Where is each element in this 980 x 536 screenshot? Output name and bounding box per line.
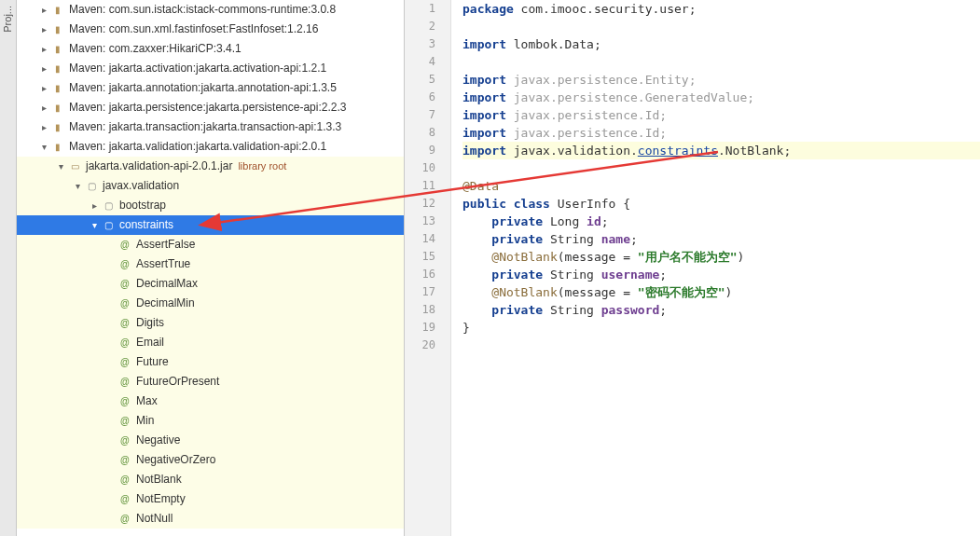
annotation-icon: @ xyxy=(117,512,132,527)
expand-arrow-icon[interactable]: ▸ xyxy=(37,20,50,39)
annotation-icon: @ xyxy=(117,433,132,448)
tree-item-label: NotNull xyxy=(136,509,173,529)
code-line[interactable]: @NotBlank(message = "密码不能为空") xyxy=(462,283,980,301)
package-icon: ▢ xyxy=(101,199,116,213)
line-number: 6 xyxy=(405,89,435,106)
line-number: 19 xyxy=(405,319,435,337)
code-line[interactable]: import lombok.Data; xyxy=(462,35,980,53)
tree-item-label: Max xyxy=(136,392,158,411)
code-line[interactable] xyxy=(462,159,980,177)
code-line[interactable]: import javax.validation.constraints.NotB… xyxy=(462,142,980,159)
tree-item[interactable]: ▾▢javax.validation xyxy=(17,176,404,196)
tree-item[interactable]: ▸▮Maven: com.sun.istack:istack-commons-r… xyxy=(17,0,404,20)
line-number: 5 xyxy=(405,71,435,89)
tree-item-label: Maven: jakarta.validation:jakarta.valida… xyxy=(69,137,326,157)
code-line[interactable]: package com.imooc.security.user; xyxy=(462,0,980,18)
tree-item[interactable]: @Min xyxy=(17,411,404,431)
tree-item[interactable]: @NotBlank xyxy=(17,470,404,489)
tree-item-label: NegativeOrZero xyxy=(136,450,215,470)
tree-item[interactable]: ▸▮Maven: jakarta.persistence:jakarta.per… xyxy=(17,98,404,117)
annotation-icon: @ xyxy=(117,473,132,488)
line-number: 17 xyxy=(405,283,435,301)
tree-item-label: Maven: com.zaxxer:HikariCP:3.4.1 xyxy=(69,39,242,59)
line-number: 1 xyxy=(405,0,435,18)
jar-icon: ▭ xyxy=(67,159,82,174)
tree-item-constraints[interactable]: ▾▢constraints xyxy=(17,215,404,235)
tree-item[interactable]: @Digits xyxy=(17,313,404,333)
tree-item[interactable]: ▾▭jakarta.validation-api-2.0.1.jarlibrar… xyxy=(17,157,404,176)
expand-arrow-icon[interactable]: ▸ xyxy=(37,117,50,137)
expand-arrow-icon[interactable]: ▸ xyxy=(37,0,50,20)
annotation-icon: @ xyxy=(117,414,132,429)
editor-panel[interactable]: 1234567891011121314151617181920 package … xyxy=(405,0,980,536)
line-number: 12 xyxy=(405,195,435,213)
project-toolwindow-strip[interactable]: Proj... xyxy=(0,0,17,536)
expand-arrow-icon[interactable]: ▾ xyxy=(54,157,67,176)
tree-item-label: Maven: jakarta.annotation:jakarta.annota… xyxy=(69,78,337,98)
line-number: 18 xyxy=(405,301,435,319)
annotation-icon: @ xyxy=(117,355,132,370)
annotation-icon: @ xyxy=(117,316,132,331)
code-line[interactable]: import javax.persistence.GeneratedValue; xyxy=(462,89,980,106)
tree-item[interactable]: @DecimalMax xyxy=(17,274,404,294)
code-line[interactable]: private String password; xyxy=(462,301,980,319)
annotation-icon: @ xyxy=(117,375,132,390)
expand-arrow-icon[interactable]: ▸ xyxy=(37,59,50,78)
tree-item[interactable]: @FutureOrPresent xyxy=(17,372,404,392)
code-line[interactable] xyxy=(462,337,980,354)
code-line[interactable]: public class UserInfo { xyxy=(462,195,980,213)
tree-item[interactable]: @DecimalMin xyxy=(17,294,404,313)
line-number: 7 xyxy=(405,106,435,124)
tree-item[interactable]: @Negative xyxy=(17,431,404,450)
tree-item[interactable]: @AssertFalse xyxy=(17,235,404,254)
tree-item[interactable]: @NotEmpty xyxy=(17,489,404,509)
code-line[interactable]: private String name; xyxy=(462,230,980,248)
library-icon: ▮ xyxy=(50,42,65,57)
tree-item-label: Maven: com.sun.xml.fastinfoset:FastInfos… xyxy=(69,20,318,39)
tree-item[interactable]: ▸▢bootstrap xyxy=(17,196,404,215)
code-line[interactable]: private String username; xyxy=(462,266,980,283)
tree-item[interactable]: @AssertTrue xyxy=(17,254,404,274)
annotation-icon: @ xyxy=(117,492,132,507)
project-tree-panel[interactable]: ▸▮Maven: com.sun.istack:istack-commons-r… xyxy=(17,0,405,536)
code-line[interactable]: @NotBlank(message = "用户名不能为空") xyxy=(462,248,980,266)
line-number: 8 xyxy=(405,124,435,142)
tree-item[interactable]: @Max xyxy=(17,392,404,411)
expand-arrow-icon[interactable]: ▸ xyxy=(37,39,50,59)
expand-arrow-icon[interactable]: ▸ xyxy=(37,98,50,117)
code-line[interactable]: import javax.persistence.Id; xyxy=(462,106,980,124)
code-area[interactable]: package com.imooc.security.user;import l… xyxy=(451,0,980,536)
code-line[interactable]: import javax.persistence.Id; xyxy=(462,124,980,142)
code-line[interactable] xyxy=(462,18,980,35)
library-icon: ▮ xyxy=(50,140,65,155)
expand-arrow-icon[interactable]: ▾ xyxy=(37,137,50,157)
annotation-icon: @ xyxy=(117,238,132,253)
tree-item-label: constraints xyxy=(119,215,173,235)
code-line[interactable]: @Data xyxy=(462,177,980,195)
code-line[interactable]: import javax.persistence.Entity; xyxy=(462,71,980,89)
tree-item[interactable]: @NotNull xyxy=(17,509,404,529)
expand-arrow-icon[interactable]: ▾ xyxy=(71,176,84,196)
tree-item-label: FutureOrPresent xyxy=(136,372,219,392)
annotation-icon: @ xyxy=(117,257,132,272)
code-line[interactable]: private Long id; xyxy=(462,213,980,230)
tree-item-label: Maven: jakarta.activation:jakarta.activa… xyxy=(69,59,326,78)
tree-item[interactable]: @Future xyxy=(17,352,404,372)
tree-item[interactable]: ▾▮Maven: jakarta.validation:jakarta.vali… xyxy=(17,137,404,157)
expand-arrow-icon[interactable]: ▾ xyxy=(88,215,101,235)
tree-item[interactable]: ▸▮Maven: com.sun.xml.fastinfoset:FastInf… xyxy=(17,20,404,39)
tree-item[interactable]: @NegativeOrZero xyxy=(17,450,404,470)
expand-arrow-icon[interactable]: ▸ xyxy=(88,196,101,215)
tree-item[interactable]: ▸▮Maven: com.zaxxer:HikariCP:3.4.1 xyxy=(17,39,404,59)
code-line[interactable] xyxy=(462,53,980,71)
annotation-icon: @ xyxy=(117,453,132,468)
tree-item-label: Future xyxy=(136,352,169,372)
tree-item[interactable]: ▸▮Maven: jakarta.transaction:jakarta.tra… xyxy=(17,117,404,137)
tree-item[interactable]: ▸▮Maven: jakarta.annotation:jakarta.anno… xyxy=(17,78,404,98)
tree-item[interactable]: ▸▮Maven: jakarta.activation:jakarta.acti… xyxy=(17,59,404,78)
expand-arrow-icon[interactable]: ▸ xyxy=(37,78,50,98)
line-number: 20 xyxy=(405,337,435,354)
tree-item[interactable]: @Email xyxy=(17,333,404,352)
tree-item-label: AssertFalse xyxy=(136,235,195,254)
code-line[interactable]: } xyxy=(462,319,980,337)
